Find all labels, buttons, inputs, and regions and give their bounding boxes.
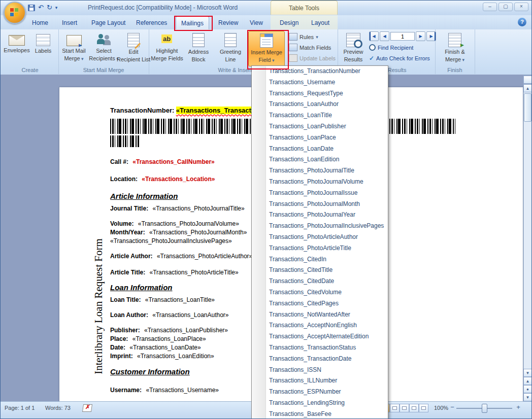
labels-button[interactable]: Labels [31,31,55,66]
save-icon[interactable] [28,5,35,11]
select-browse-object-button[interactable]: ● [523,385,532,393]
tab-references[interactable]: References [131,17,172,29]
loan-author-field: «Transactions_LoanAuthor» [152,311,228,319]
merge-field-menu-item[interactable]: Transactions_RequestType [252,88,388,99]
merge-field-menu-item[interactable]: Transactions_BaseFee [252,409,388,419]
zoom-slider-thumb[interactable] [482,404,487,413]
outline-view-button[interactable] [409,404,419,412]
merge-field-menu-item[interactable]: Transactions_PhotoJournalMonth [252,199,388,210]
merge-field-menu-item[interactable]: Transactions_ILLNumber [252,375,388,387]
merge-field-menu-item[interactable]: Transactions_Username [252,77,388,88]
merge-field-menu-item[interactable]: Transactions_LoanDate [252,144,388,155]
redo-icon[interactable]: ↻ [47,4,52,12]
find-recipient-button[interactable]: Find Recipient [369,43,413,52]
rules-icon [289,33,297,41]
edit-recipient-list-button[interactable]: Edit Recipient List [119,31,148,66]
merge-field-menu-item[interactable]: Transactions_PhotoArticleAuthor [252,232,388,243]
merge-field-menu-item[interactable]: Transactions_PhotoJournalYear [252,209,388,221]
greeting-line-label2: Line [225,56,236,62]
tab-view[interactable]: View [245,17,268,29]
merge-field-menu-item[interactable]: Transactions_LoanEdition [252,154,388,165]
merge-field-menu-item[interactable]: Transactions_CitedDate [252,276,388,287]
fullscreen-view-button[interactable] [390,404,400,412]
zoom-out-button[interactable]: − [448,403,456,411]
minimize-button[interactable]: – [483,3,497,11]
help-icon[interactable]: ? [518,18,526,26]
merge-field-menu-item[interactable]: Transactions_AcceptNonEnglish [252,320,388,331]
merge-field-menu-item[interactable]: Transactions_TransactionDate [252,354,388,365]
insert-merge-field-button[interactable]: Insert Merge Field [248,31,285,66]
tab-page-layout[interactable]: Page Layout [86,17,130,29]
next-page-button[interactable]: ▼ [523,393,532,401]
merge-field-menu-item[interactable]: Transactions_PhotoJournalVolume [252,177,388,188]
tab-design[interactable]: Design [275,17,304,29]
merge-field-menu-item[interactable]: Transactions_CitedPages [252,298,388,309]
draft-view-button[interactable] [419,404,428,412]
merge-field-menu-item[interactable]: Transactions_TransactionNumber [252,66,388,77]
tab-layout[interactable]: Layout [306,17,335,29]
web-layout-view-button[interactable] [400,404,409,412]
auto-check-errors-button[interactable]: ✓ Auto Check for Errors [369,54,430,62]
preview-results-button[interactable]: Preview Results [340,31,367,66]
start-mail-merge-button[interactable]: Start Mail Merge [59,31,88,66]
vertical-scrollbar-thumb[interactable] [524,93,531,122]
previous-page-button[interactable]: ▲ [523,377,532,385]
merge-field-menu-item[interactable]: Transactions_CitedTitle [252,265,388,276]
zoom-in-button[interactable]: + [514,403,522,411]
tab-mailings[interactable]: Mailings [176,16,209,29]
rules-button[interactable]: Rules [289,32,318,41]
merge-field-menu-item[interactable]: Transactions_LendingString [252,398,388,409]
highlight-merge-fields-button[interactable]: Highlight Merge Fields [152,31,182,66]
update-labels-button[interactable]: Update Labels [289,54,336,62]
finish-merge-button[interactable]: Finish & Merge [440,31,470,66]
word-count-status[interactable]: Words: 73 [45,405,71,411]
month-year-label: Month/Year: [110,229,145,236]
merge-field-menu-item[interactable]: Transactions_LoanAuthor [252,99,388,110]
merge-field-menu-item[interactable]: Transactions_LoanTitle [252,110,388,121]
zoom-level[interactable]: 100% [434,405,448,411]
vertical-scrollbar-track[interactable] [523,92,532,369]
proofing-errors-icon[interactable]: ✗ [82,404,92,412]
match-fields-button[interactable]: Match Fields [289,43,331,52]
tab-review[interactable]: Review [213,17,243,29]
previous-record-button[interactable]: ◀ [380,31,389,41]
merge-field-menu-item[interactable]: Transactions_PhotoJournalTitle [252,165,388,177]
merge-field-menu-item[interactable]: Transactions_CitedIn [252,254,388,265]
tab-home[interactable]: Home [27,17,53,29]
merge-field-menu-item[interactable]: Transactions_NotWantedAfter [252,309,388,321]
first-record-button[interactable]: ◀ [369,31,379,41]
username-label: Username: [110,387,142,394]
merge-field-menu-item[interactable]: Transactions_PhotoArticleTitle [252,243,388,254]
ruler-toggle-button[interactable] [523,76,532,84]
maximize-button[interactable]: ▢ [498,3,513,11]
close-button[interactable]: × [514,3,528,11]
article-author-label: Article Author: [110,253,153,260]
finish-merge-label: Finish & [445,49,465,55]
office-button[interactable] [4,2,26,24]
merge-field-menu-item[interactable]: Transactions_PhotoJournalIssue [252,188,388,199]
merge-field-menu-item[interactable]: Transactions_LoanPlace [252,132,388,144]
merge-field-menu-item[interactable]: Transactions_PhotoJournalInclusivePages [252,221,388,232]
merge-field-menu-item[interactable]: Transactions_ISSN [252,365,388,376]
merge-field-menu-item[interactable]: Transactions_TransactionStatus [252,342,388,354]
page-count-status[interactable]: Page: 1 of 1 [5,405,35,411]
scroll-up-button[interactable]: ▲ [523,84,532,92]
ribbon-tab-row: Home Insert Page Layout References Maili… [1,15,531,29]
loan-title-line: Loan Title: «Transactions_LoanTitle» [110,296,215,303]
scroll-down-button[interactable]: ▼ [523,369,532,377]
envelopes-button[interactable]: Envelopes [4,31,30,66]
group-finish: Finish & Merge Finish [435,29,475,74]
qat-customize-icon[interactable]: ▾ [55,4,58,12]
address-block-button[interactable]: Address Block [183,31,214,66]
undo-icon[interactable]: ↶ [38,4,44,12]
greeting-line-button[interactable]: Greeting Line [215,31,246,66]
tab-insert[interactable]: Insert [57,17,82,29]
next-record-button[interactable]: ▶ [416,31,425,41]
merge-field-menu-item[interactable]: Transactions_ESPNumber [252,387,388,398]
select-recipients-button[interactable]: Select Recipients [89,31,118,66]
record-number-input[interactable] [390,32,415,41]
merge-field-menu-item[interactable]: Transactions_AcceptAlternateEdition [252,331,388,342]
merge-field-menu-item[interactable]: Transactions_LoanPublisher [252,121,388,132]
volume-line: Volume: «Transactions_PhotoJournalVolume… [110,220,239,227]
merge-field-menu-item[interactable]: Transactions_CitedVolume [252,287,388,298]
